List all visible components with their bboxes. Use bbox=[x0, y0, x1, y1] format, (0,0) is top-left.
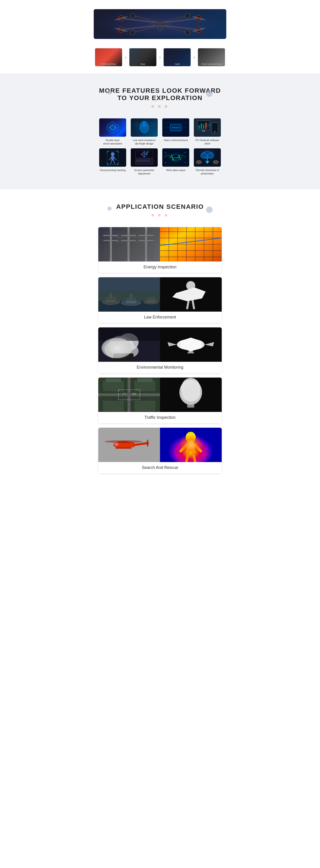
svg-point-54 bbox=[214, 131, 216, 132]
scenario-img-law-right bbox=[160, 277, 222, 312]
svg-rect-165 bbox=[135, 381, 155, 391]
svg-rect-140 bbox=[188, 290, 193, 299]
feature-grid: Double layershock absorption bbox=[94, 118, 226, 176]
svg-rect-49 bbox=[199, 125, 200, 129]
features-section: MORE FEATURES LOOK FORWARD TO YOUR EXPLO… bbox=[0, 73, 320, 189]
svg-point-12 bbox=[118, 16, 124, 21]
feature-item-visual-tracking: Visual pointing tracking bbox=[98, 148, 127, 176]
feature-label-pc-android: PC+Android software client bbox=[193, 138, 222, 146]
scenario-label-rescue: Search And Rescue bbox=[98, 462, 222, 473]
thumb-label-3: Yacht bbox=[164, 63, 191, 65]
svg-rect-52 bbox=[205, 123, 207, 129]
feature-item-open-control: Pelcol-D Open control protocol bbox=[162, 118, 190, 146]
svg-point-22 bbox=[114, 27, 128, 32]
svg-rect-167 bbox=[103, 401, 123, 411]
svg-rect-82 bbox=[144, 151, 145, 153]
svg-line-4 bbox=[121, 18, 160, 23]
feature-label-work-data: Work data output bbox=[166, 168, 185, 172]
scenario-images-rescue bbox=[98, 428, 222, 462]
thumbnail-item-2[interactable]: Boat bbox=[129, 48, 156, 66]
svg-rect-137 bbox=[98, 290, 160, 301]
svg-point-58 bbox=[111, 152, 114, 156]
svg-text:Pelcol-D: Pelcol-D bbox=[172, 126, 180, 129]
feature-img-double-layer-inner bbox=[99, 118, 126, 137]
feature-img-double-layer bbox=[99, 118, 126, 137]
thumb-label-1: Multi rotor/Wing bbox=[95, 63, 122, 65]
svg-point-18 bbox=[130, 30, 135, 35]
svg-line-10 bbox=[133, 26, 160, 32]
svg-rect-169 bbox=[118, 390, 140, 400]
svg-rect-77 bbox=[143, 160, 146, 162]
scenario-grid: Energy Inspection bbox=[94, 227, 226, 473]
feature-label-screen-param: Screen parameteradjustment bbox=[134, 168, 154, 176]
feature-img-work-data bbox=[162, 148, 189, 167]
feature-img-remote-download bbox=[194, 148, 221, 167]
deco-circle-scenario-tr bbox=[206, 207, 213, 213]
feature-item-screen-param: Screen parameteradjustment bbox=[130, 148, 158, 176]
feature-item-remote-download: Remote download ofphoto/video bbox=[193, 148, 222, 176]
svg-point-23 bbox=[192, 27, 206, 32]
svg-point-3 bbox=[158, 27, 162, 30]
thumbnail-strip: Multi rotor/Wing › Boat › Yacht › Fixed … bbox=[0, 43, 320, 73]
deco-circle-scenario-tl bbox=[107, 207, 111, 211]
svg-point-13 bbox=[196, 16, 202, 21]
scenario-label-law: Law Enforcement bbox=[98, 312, 222, 323]
feature-item-work-data: Work data output bbox=[162, 148, 190, 176]
thumbnail-item-1[interactable]: Multi rotor/Wing bbox=[95, 48, 122, 66]
svg-point-188 bbox=[114, 442, 119, 446]
svg-point-0 bbox=[151, 20, 169, 28]
svg-point-87 bbox=[147, 151, 148, 153]
svg-line-193 bbox=[181, 445, 186, 451]
scenario-img-energy-right bbox=[160, 227, 222, 261]
svg-point-184 bbox=[105, 440, 142, 443]
features-divider: = = = bbox=[94, 104, 226, 109]
svg-rect-59 bbox=[111, 156, 114, 160]
svg-point-154 bbox=[182, 341, 200, 348]
svg-line-8 bbox=[133, 16, 160, 23]
svg-point-174 bbox=[181, 378, 201, 399]
svg-point-91 bbox=[165, 152, 166, 153]
svg-rect-163 bbox=[103, 381, 123, 391]
thumb-arrow-3: › bbox=[191, 55, 198, 60]
svg-point-148 bbox=[105, 341, 127, 358]
feature-label-double-layer: Double layershock absorption bbox=[103, 138, 122, 146]
feature-img-open-control: Pelcol-D bbox=[162, 118, 189, 137]
scenario-images-energy bbox=[98, 227, 222, 261]
svg-line-9 bbox=[160, 16, 187, 23]
svg-rect-84 bbox=[141, 154, 142, 155]
svg-line-195 bbox=[186, 453, 188, 461]
hero-section bbox=[0, 0, 320, 43]
scenario-card-traffic: Traffic Inspection bbox=[98, 378, 222, 423]
scenario-card-energy: Energy Inspection bbox=[98, 227, 222, 273]
feature-label-visual-tracking: Visual pointing tracking bbox=[100, 168, 126, 172]
svg-rect-192 bbox=[186, 442, 195, 453]
svg-point-149 bbox=[113, 343, 139, 358]
scenario-label-energy: Energy Inspection bbox=[98, 261, 222, 273]
svg-line-7 bbox=[160, 25, 199, 30]
svg-point-21 bbox=[192, 16, 206, 21]
scenario-images-traffic bbox=[98, 378, 222, 412]
feature-label-remote-download: Remote download ofphoto/video bbox=[196, 168, 219, 176]
deco-circle-top-right bbox=[206, 90, 213, 97]
svg-rect-112 bbox=[98, 227, 160, 261]
svg-line-196 bbox=[193, 453, 195, 461]
svg-point-183 bbox=[147, 439, 149, 446]
scenario-img-env-left bbox=[98, 328, 160, 362]
svg-rect-164 bbox=[106, 378, 121, 382]
svg-point-139 bbox=[186, 281, 195, 290]
scenario-img-traffic-right bbox=[160, 378, 222, 412]
scenario-img-rescue-right bbox=[160, 428, 222, 462]
feature-img-screen-param bbox=[131, 148, 158, 167]
scenario-divider: = = = bbox=[94, 213, 226, 218]
svg-rect-50 bbox=[201, 123, 202, 129]
svg-rect-142 bbox=[202, 291, 204, 293]
features-wrapper: MORE FEATURES LOOK FORWARD TO YOUR EXPLO… bbox=[94, 87, 226, 109]
svg-rect-150 bbox=[113, 353, 134, 362]
thumbnail-item-3[interactable]: Yacht bbox=[164, 48, 191, 66]
svg-point-191 bbox=[186, 432, 195, 442]
feature-item-low-wind: Low wind resistancedip Angle design bbox=[130, 118, 158, 146]
thumbnail-item-4[interactable]: Fixed compound wing bbox=[198, 48, 225, 66]
scenario-card-rescue: Search And Rescue bbox=[98, 428, 222, 473]
svg-point-17 bbox=[185, 13, 190, 18]
deco-circle-top-left bbox=[107, 90, 111, 95]
